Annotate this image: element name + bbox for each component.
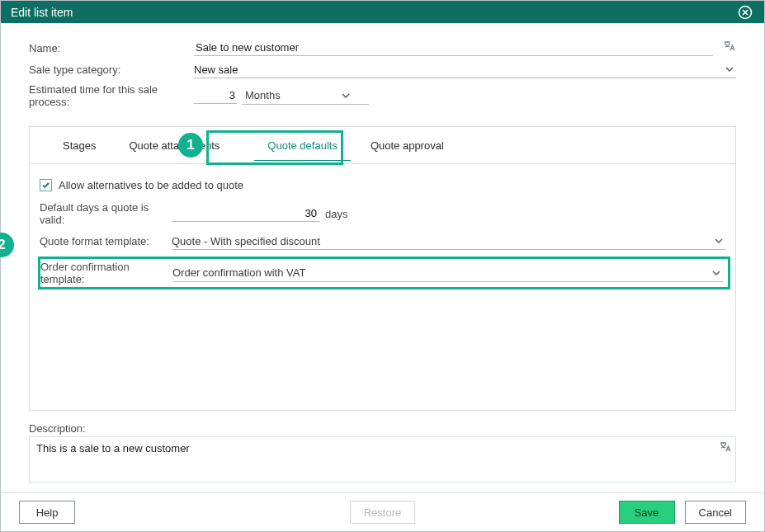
translate-icon[interactable] <box>723 40 736 55</box>
dialog-body: Name: Sale type category: New sale <box>1 23 764 483</box>
row-default-days: Default days a quote is valid: days <box>40 201 725 226</box>
cancel-button[interactable]: Cancel <box>685 501 746 524</box>
default-days-label: Default days a quote is valid: <box>40 201 172 226</box>
tab-stages[interactable]: Stages <box>50 131 109 160</box>
close-icon <box>738 5 753 20</box>
allow-alternatives-checkbox[interactable] <box>40 179 52 191</box>
name-input[interactable] <box>194 40 713 56</box>
row-name: Name: <box>29 40 736 56</box>
order-conf-label: Order confirmation template: <box>40 261 172 285</box>
footer-center: Restore <box>350 501 416 524</box>
restore-button: Restore <box>350 501 416 524</box>
quote-format-label: Quote format template: <box>40 235 172 247</box>
dialog-window: Edit list item Name: Sale type c <box>0 0 765 532</box>
check-icon <box>41 181 50 190</box>
titlebar: Edit list item <box>1 1 764 23</box>
estimated-label: Estimated time for this sale process: <box>29 83 194 108</box>
row-estimated: Estimated time for this sale process: Mo… <box>29 83 736 108</box>
row-order-confirmation-template: Order confirmation template: Order confi… <box>38 257 730 290</box>
description-box <box>29 436 736 483</box>
allow-alternatives-label: Allow alternatives to be added to quote <box>59 179 243 191</box>
estimated-unit-select[interactable]: Months <box>242 87 369 105</box>
description-textarea[interactable] <box>35 440 715 482</box>
category-select[interactable]: New sale <box>194 61 736 78</box>
estimated-unit-value: Months <box>245 89 281 101</box>
row-category: Sale type category: New sale <box>29 61 736 78</box>
description-block: Description: <box>29 422 736 483</box>
row-allow-alternatives: Allow alternatives to be added to quote <box>40 179 725 191</box>
close-button[interactable] <box>736 3 754 21</box>
tab-quote-defaults[interactable]: Quote defaults <box>254 131 351 161</box>
chevron-down-icon <box>339 89 352 102</box>
order-conf-select[interactable]: Order confirmation with VAT <box>172 265 723 282</box>
chevron-down-icon <box>712 234 725 247</box>
tab-quote-attachments[interactable]: Quote attachments <box>116 131 248 160</box>
tab-quote-approval[interactable]: Quote approval <box>357 131 457 160</box>
name-label: Name: <box>29 42 194 54</box>
row-quote-format-template: Quote format template: Quote - With spec… <box>40 233 725 250</box>
form-top: Name: Sale type category: New sale <box>29 40 736 113</box>
estimated-value-input[interactable] <box>194 87 237 104</box>
footer-right: Save Cancel <box>619 501 746 524</box>
category-value: New sale <box>194 64 238 76</box>
dialog-footer: Help Restore Save Cancel <box>1 492 764 531</box>
tab-content-quote-defaults: Allow alternatives to be added to quote … <box>30 164 735 410</box>
category-label: Sale type category: <box>29 64 194 76</box>
dialog-title: Edit list item <box>11 6 73 19</box>
quote-format-select[interactable]: Quote - With specified discount <box>172 233 725 250</box>
callout-2: 2 <box>0 233 14 257</box>
chevron-down-icon <box>710 266 723 280</box>
translate-icon[interactable] <box>719 440 732 456</box>
tab-strip: Stages Quote attachments Quote defaults … <box>30 127 735 164</box>
description-label: Description: <box>29 422 736 435</box>
chevron-down-icon <box>723 63 736 76</box>
save-button[interactable]: Save <box>619 501 675 524</box>
default-days-suffix: days <box>325 208 347 220</box>
help-button[interactable]: Help <box>19 501 75 524</box>
default-days-input[interactable] <box>172 205 320 222</box>
tab-card: 1 Stages Quote attachments Quote default… <box>29 126 736 411</box>
quote-format-value: Quote - With specified discount <box>172 235 320 247</box>
order-conf-value: Order confirmation with VAT <box>172 266 305 279</box>
